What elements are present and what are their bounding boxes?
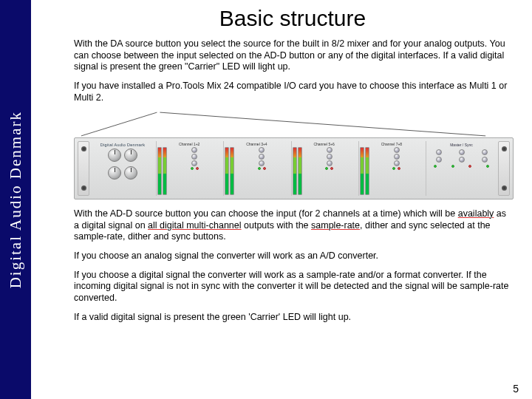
led-icon [196, 167, 199, 170]
channel-group: Channel 1+2 [156, 141, 222, 196]
brand-sidebar: Digital Audio Denmark [0, 0, 31, 399]
knob-icon[interactable] [436, 157, 442, 163]
svg-line-0 [81, 112, 157, 136]
paragraph-5: If you choose a digital signal the conve… [74, 270, 511, 304]
knob-icon[interactable] [394, 147, 400, 153]
level-meter-icon [163, 147, 167, 195]
channel-group: Channel 7+8 [358, 141, 424, 196]
paragraph-4: If you choose an analog signal the conve… [74, 250, 511, 262]
knob-icon[interactable] [191, 147, 197, 153]
page-number: 5 [513, 383, 519, 395]
knob-icon[interactable] [124, 166, 137, 180]
knob-icon[interactable] [394, 160, 400, 166]
knob-icon[interactable] [327, 154, 332, 160]
knob-icon[interactable] [108, 149, 121, 162]
knob-icon[interactable] [327, 160, 332, 166]
page-title: Basic structure [74, 6, 511, 31]
spellcheck-underline: sample-rate [311, 220, 360, 231]
knob-icon[interactable] [259, 147, 265, 153]
led-icon [392, 167, 395, 170]
level-meter-icon [293, 147, 297, 195]
knob-icon[interactable] [327, 147, 332, 153]
rack-brand-label: Digital Audio Denmark [93, 143, 152, 147]
pointer-lines [74, 111, 511, 137]
knob-icon[interactable] [108, 166, 121, 180]
led-icon [258, 167, 261, 170]
led-icon [263, 167, 266, 170]
rack-left-section: Digital Audio Denmark [91, 141, 154, 196]
rack-unit: Digital Audio Denmark Channel 1+2 [74, 137, 514, 200]
level-meter-icon [230, 147, 234, 195]
led-icon [434, 165, 437, 168]
rack-ear-left [78, 141, 89, 196]
knob-icon[interactable] [482, 149, 488, 155]
knob-icon[interactable] [191, 154, 197, 160]
level-meter-icon [225, 147, 229, 195]
led-icon [330, 167, 333, 170]
level-meter-icon [298, 147, 302, 195]
led-icon [468, 165, 471, 168]
level-meter-icon [360, 147, 364, 195]
channel-group: Channel 5+6 [291, 141, 357, 196]
rack-figure: Digital Audio Denmark Channel 1+2 [74, 111, 511, 200]
knob-icon[interactable] [459, 149, 465, 155]
spellcheck-underline: all digital multi-channel [148, 220, 241, 231]
paragraph-1: With the DA source button you select the… [74, 38, 511, 73]
paragraph-6: If a valid digital signal is present the… [74, 312, 511, 324]
channel-label: Channel 5+6 [293, 142, 356, 146]
rack-right-section: Master / Sync [426, 141, 497, 196]
rack-right-label: Master / Sync [428, 143, 495, 147]
led-icon [191, 167, 194, 170]
led-icon [398, 167, 400, 170]
led-icon [451, 165, 454, 168]
text-run: outputs with the [242, 220, 312, 231]
brand-text: Digital Audio Denmark [7, 111, 25, 288]
slide-page: Basic structure With the DA source butto… [31, 0, 532, 399]
spellcheck-underline: availably [458, 208, 494, 219]
level-meter-icon [365, 147, 369, 195]
knob-icon[interactable] [436, 149, 442, 155]
channel-label: Channel 7+8 [360, 142, 423, 146]
led-icon [486, 165, 489, 168]
knob-icon[interactable] [459, 157, 465, 163]
knob-icon[interactable] [124, 149, 137, 162]
paragraph-2: If you have installed a Pro.Tools Mix 24… [74, 81, 511, 103]
level-meter-icon [157, 147, 162, 195]
paragraph-3: With the AD-D source button you can choo… [74, 208, 511, 243]
knob-icon[interactable] [259, 154, 265, 160]
knob-icon[interactable] [259, 160, 265, 166]
channel-label: Channel 3+4 [225, 142, 288, 146]
channel-group: Channel 3+4 [223, 141, 289, 196]
svg-line-1 [160, 112, 485, 136]
rack-ear-right [498, 141, 510, 196]
knob-icon[interactable] [191, 160, 197, 166]
channel-label: Channel 1+2 [157, 142, 221, 146]
knob-icon[interactable] [394, 154, 400, 160]
text-run: With the AD-D source button you can choo… [74, 208, 458, 219]
knob-icon[interactable] [482, 157, 488, 163]
led-icon [325, 167, 328, 170]
